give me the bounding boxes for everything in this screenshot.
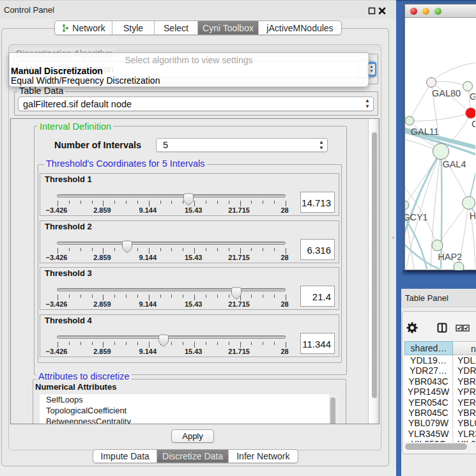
svg-text:GAL80: GAL80 <box>432 88 461 98</box>
svg-text:GAL11: GAL11 <box>411 127 439 137</box>
svg-text:GAL4: GAL4 <box>442 159 466 169</box>
svg-text:HIS4: HIS4 <box>470 211 475 221</box>
svg-text:GAL7: GAL7 <box>470 91 475 102</box>
svg-text:HAP2: HAP2 <box>438 252 462 262</box>
svg-text:GCY1: GCY1 <box>405 212 428 222</box>
svg-text:C: C <box>472 119 475 129</box>
